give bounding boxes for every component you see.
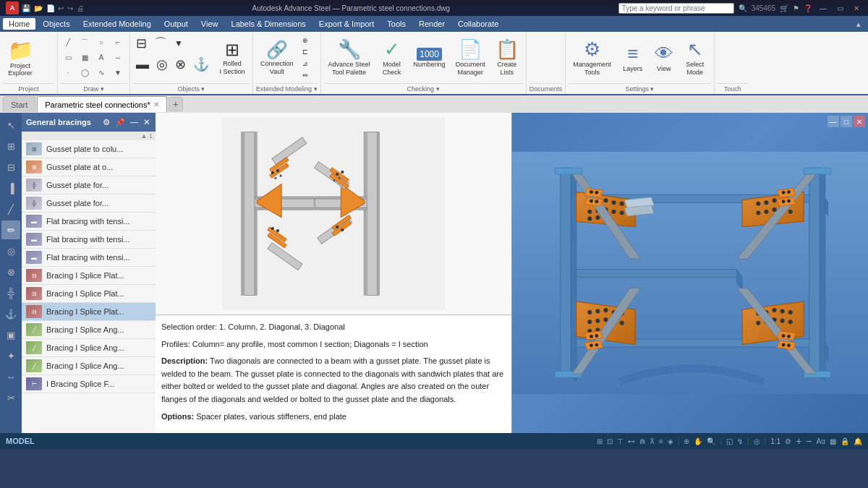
sidebar-weld-button[interactable]: ⊗ — [1, 262, 20, 281]
lineweight-button[interactable]: ≡ — [659, 437, 663, 445]
3d-viewport[interactable]: — □ ✕ — [512, 113, 868, 433]
connection-vault-button[interactable]: 🔗 ConnectionVault — [256, 33, 298, 82]
tab-start[interactable]: Start — [3, 96, 35, 112]
viewport-maximize-button[interactable]: □ — [841, 116, 852, 127]
new-tab-button[interactable]: + — [169, 97, 183, 111]
tab-close-icon[interactable]: ✕ — [153, 100, 159, 108]
quick-save-icon[interactable]: 💾 — [22, 4, 30, 12]
weld-button[interactable]: ⊗ — [172, 55, 189, 74]
draw-text-icon[interactable]: A — [94, 51, 109, 65]
panel-pin-icon[interactable]: 📌 — [114, 118, 127, 127]
beam-curved-button[interactable]: ⌒ — [151, 33, 170, 53]
mirror-button[interactable]: ⇔ — [299, 70, 311, 80]
quick-redo-icon[interactable]: ↪ — [67, 4, 73, 12]
select-mode-button[interactable]: ↖ SelectMode — [679, 33, 711, 82]
viewport-minimize-button[interactable]: — — [827, 116, 839, 127]
sidebar-column-button[interactable]: ▐ — [1, 179, 20, 197]
sidebar-misc-button[interactable]: ✦ — [1, 346, 20, 365]
menu-tools[interactable]: Tools — [381, 18, 412, 30]
ortho-button[interactable]: ⊤ — [617, 437, 624, 445]
draw-dimension-icon[interactable]: ↔ — [111, 51, 125, 65]
draw-rect-icon[interactable]: ▭ — [61, 51, 75, 65]
menu-output[interactable]: Output — [158, 18, 194, 30]
settings-icon[interactable]: ⚙ — [785, 437, 791, 445]
draw-ellipse-icon[interactable]: ◯ — [77, 66, 92, 80]
draw-spline-icon[interactable]: ∿ — [94, 66, 109, 80]
panel-item-splice-ang3[interactable]: ╱ Bracing I Splice Ang... — [22, 357, 156, 375]
project-explorer-button[interactable]: 📁 ProjectExplorer — [3, 33, 38, 82]
sidebar-anchor-button[interactable]: ⚓ — [1, 304, 20, 323]
compass-icon[interactable]: ◎ — [754, 437, 760, 445]
help-icon[interactable]: ❓ — [804, 4, 812, 12]
rolled-i-section-button[interactable]: ⊞ RolledI Section — [215, 33, 250, 82]
shear-stud-button[interactable]: ⊕ — [299, 35, 311, 46]
panel-item-gusset-for1[interactable]: ╬ Gusset plate for... — [22, 176, 156, 194]
search-icon[interactable]: 🔍 — [739, 4, 747, 12]
panel-close-icon[interactable]: ✕ — [142, 118, 151, 127]
zoom-out-button[interactable]: − — [806, 435, 812, 447]
create-lists-button[interactable]: 📋 CreateLists — [491, 33, 523, 82]
nav-wheel-icon[interactable]: ⊕ — [684, 437, 689, 445]
layers-button[interactable]: ≡ Layers — [617, 33, 649, 82]
draw-point-icon[interactable]: · — [61, 66, 75, 80]
panel-item-splice-plate2[interactable]: ⊟ Bracing I Splice Plat... — [22, 285, 156, 303]
sidebar-diagonal-button[interactable]: ╱ — [1, 200, 20, 218]
panel-item-flat-bracing2[interactable]: ▬ Flat bracing with tensi... — [22, 231, 156, 249]
draw-polyline-icon[interactable]: ⌐ — [111, 35, 125, 50]
view-button[interactable]: 👁 View — [650, 33, 678, 82]
sidebar-dim-button[interactable]: ↔ — [1, 367, 20, 386]
menu-view[interactable]: View — [195, 18, 224, 30]
collapse-ribbon-icon[interactable]: ▴ — [852, 20, 865, 29]
zoom-in-button[interactable]: + — [796, 435, 801, 447]
menu-home[interactable]: Home — [3, 18, 35, 30]
osnap-button[interactable]: ⋒ — [639, 437, 645, 445]
panel-item-splice-plate1[interactable]: ⊟ Bracing I Splice Plat... — [22, 267, 156, 285]
unfold-button[interactable]: ⊿ — [299, 59, 311, 69]
annotation-scale-icon[interactable]: Aα — [817, 437, 825, 445]
quick-print-icon[interactable]: 🖨 — [77, 4, 84, 12]
draw-more-icon[interactable]: ▼ — [111, 66, 125, 80]
cart-icon[interactable]: 🛒 — [780, 4, 788, 12]
menu-extended-modeling[interactable]: Extended Modeling — [77, 18, 157, 30]
draw-circle-icon[interactable]: ○ — [94, 35, 109, 50]
beam-straight-button[interactable]: ⊟ — [133, 34, 150, 53]
minimize-button[interactable]: — — [817, 4, 830, 12]
panel-minimize-icon[interactable]: — — [129, 118, 140, 127]
viewport-close-button[interactable]: ✕ — [854, 116, 865, 127]
panel-item-splice-plate3[interactable]: ⊟ Bracing I Splice Plat... — [22, 303, 156, 321]
management-tools-button[interactable]: ⚙ ManagementTools — [569, 33, 616, 82]
sidebar-cursor-button[interactable]: ↖ — [1, 116, 20, 134]
status-notifications[interactable]: 🔔 — [854, 437, 862, 445]
grid-button[interactable]: ⊞ — [597, 437, 603, 445]
otrack-button[interactable]: ⊼ — [650, 437, 655, 445]
transparency-button[interactable]: ◈ — [668, 437, 673, 445]
sidebar-cut-button[interactable]: ✂ — [1, 388, 20, 407]
restore-button[interactable]: ▭ — [834, 4, 846, 12]
close-button[interactable]: ✕ — [851, 4, 862, 12]
panel-item-i-bracing-splice[interactable]: ⊢ I Bracing Splice F... — [22, 375, 156, 393]
plate-button[interactable]: ▬ — [133, 56, 152, 74]
panel-item-splice-ang2[interactable]: ╱ Bracing I Splice Ang... — [22, 339, 156, 357]
snap-button[interactable]: ⊡ — [607, 437, 613, 445]
model-check-button[interactable]: ✓ ModelCheck — [376, 33, 408, 82]
beam-more-button[interactable]: ▼ — [171, 37, 186, 50]
panel-settings-icon[interactable]: ⚙ — [101, 118, 111, 127]
lock-icon[interactable]: 🔒 — [841, 437, 849, 445]
sidebar-pad-button[interactable]: ▣ — [1, 325, 20, 344]
pan-icon[interactable]: ✋ — [694, 437, 702, 445]
cope-button[interactable]: ⊏ — [299, 47, 311, 57]
menu-labels-dimensions[interactable]: Labels & Dimensions — [226, 18, 312, 30]
anchor-button[interactable]: ⚓ — [190, 55, 212, 74]
quick-open-icon[interactable]: 📂 — [34, 4, 43, 12]
menu-collaborate[interactable]: Collaborate — [452, 18, 504, 30]
sidebar-connection-button[interactable]: ⊞ — [1, 137, 20, 155]
bolt-button[interactable]: ◎ — [153, 55, 171, 74]
panel-item-splice-ang1[interactable]: ╱ Bracing I Splice Ang... — [22, 321, 156, 339]
workspace-icon[interactable]: ▦ — [830, 437, 836, 445]
draw-arc-icon[interactable]: ⌒ — [77, 35, 92, 50]
tab-parametric[interactable]: Parametric steel connections* ✕ — [37, 96, 167, 112]
search-input[interactable] — [618, 3, 734, 14]
advance-steel-tool-palette-button[interactable]: 🔧 Advance SteelTool Palette — [324, 33, 375, 82]
draw-line-icon[interactable]: ╱ — [61, 35, 75, 50]
menu-render[interactable]: Render — [413, 18, 451, 30]
